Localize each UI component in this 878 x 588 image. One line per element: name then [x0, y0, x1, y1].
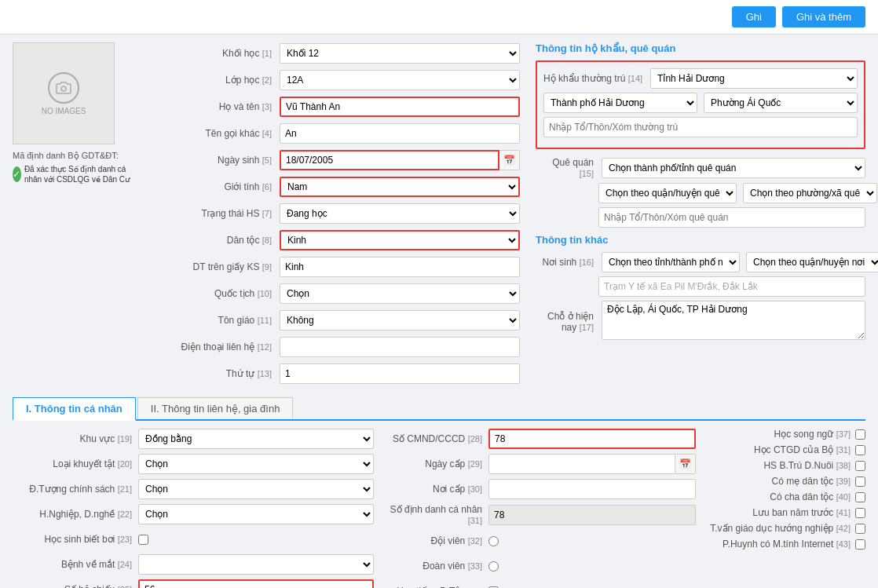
h-nghiep-select[interactable]: Chọn — [138, 504, 374, 524]
dan-toc-label: Dân tộc [8] — [154, 235, 280, 246]
loai-khuyet-tat-label: Loại khuyết tật [20] — [13, 458, 138, 469]
dan-toc-select[interactable]: Kinh — [280, 230, 520, 250]
que-quan-tinh-select[interactable]: Chọn thành phố/tỉnh quê quán — [602, 158, 865, 178]
ho-khau-section-title: Thông tin hộ khẩu, quê quán — [536, 42, 865, 54]
hs-b-tru-checkbox[interactable] — [855, 461, 865, 471]
que-quan-quan-select[interactable]: Chọn theo quận/huyện quê — [598, 183, 737, 203]
noi-sinh-text-input[interactable] — [598, 276, 865, 297]
cho-o-textarea[interactable]: Độc Lập, Ái Quốc, TP Hải Dương — [602, 301, 865, 340]
hoc-sinh-biet-boi-checkbox[interactable] — [138, 535, 148, 545]
que-quan-label: Quê quán [15] — [536, 157, 598, 179]
p-huynh-internet-checkbox[interactable] — [855, 539, 865, 550]
so-dinh-danh-row: Số định danh cá nhân [31] — [386, 504, 696, 526]
khu-vuc-row: Khu vực [19] Đồng bằng — [13, 429, 374, 449]
ton-giao-label: Tôn giáo [11] — [154, 315, 280, 326]
lop-hoc-select[interactable]: 12A — [280, 70, 520, 90]
h-nghiep-label: H.Nghiệp, D.nghề [22] — [13, 509, 138, 520]
thu-tu-input[interactable] — [280, 363, 520, 384]
khoi-hoc-select[interactable]: Khối 12 — [280, 43, 520, 64]
so-cmnd-input[interactable] — [488, 429, 696, 449]
co-me-dan-toc-row: Có mẹ dân tộc [39] — [708, 476, 865, 487]
ho-khau-tinh-row: Hộ khẩu thường trú [14] Tỉnh Hải Dương — [543, 68, 858, 89]
khu-vuc-label: Khu vực [19] — [13, 433, 138, 444]
noi-sinh-label: Nơi sinh [16] — [536, 257, 598, 268]
ten-goi-khac-input[interactable] — [280, 123, 520, 144]
camera-icon — [48, 72, 79, 104]
dien-thoai-input[interactable] — [280, 337, 520, 357]
ngay-sinh-input[interactable] — [280, 150, 499, 170]
tab-lien-he[interactable]: II. Thông tin liên hệ, gia đình — [137, 397, 294, 419]
quoc-tich-select[interactable]: Chọn — [280, 283, 520, 304]
ma-dinh-danh-label: Mã định danh Bộ GDT&ĐT: — [13, 151, 138, 161]
ngay-cap-cmnd-calendar-btn[interactable]: 📅 — [675, 454, 696, 474]
doan-vien-radio[interactable] — [488, 561, 499, 572]
ho-khau-thon-input[interactable] — [543, 117, 858, 137]
gioi-tinh-select[interactable]: Nam — [280, 177, 520, 197]
noi-cap-cmnd-row: Nơi cấp [30] — [386, 479, 696, 499]
ten-goi-khac-label: Tên gọi khác [4] — [154, 128, 280, 139]
que-quan-row2: Chọn theo quận/huyện quê Chọn theo phườn… — [598, 183, 865, 203]
hoc-song-ngu-row: Học song ngữ [37] — [708, 429, 865, 440]
top-bar: Ghi Ghi và thêm — [0, 0, 878, 35]
co-me-dan-toc-checkbox[interactable] — [855, 477, 865, 487]
doi-tuong-row: Đ.Tượng chính sách [21] Chọn — [13, 479, 374, 499]
ngay-cap-cmnd-input[interactable] — [488, 454, 675, 474]
ngay-sinh-calendar-btn[interactable]: 📅 — [499, 150, 520, 170]
khu-vuc-select[interactable]: Đồng bằng — [138, 429, 374, 449]
p-huynh-internet-label: P.Huynh có M.tính Internet [43] — [708, 539, 855, 550]
doi-tuong-select[interactable]: Chọn — [138, 479, 374, 499]
noi-sinh-row: Nơi sinh [16] Chọn theo tỉnh/thành phố n… — [536, 252, 865, 272]
hs-b-tru-row: HS B.Trú D.Nuôi [38] — [708, 460, 865, 471]
dan-toc-row: Dân tộc [8] Kinh — [154, 229, 520, 251]
ho-khau-thon-row — [543, 117, 858, 137]
que-quan-row1: Quê quán [15] Chọn thành phố/tỉnh quê qu… — [536, 157, 865, 179]
quoc-tich-row: Quốc tịch [10] Chọn — [154, 283, 520, 305]
loai-khuyet-tat-select[interactable]: Chọn — [138, 454, 374, 474]
noi-cap-cmnd-input[interactable] — [488, 479, 696, 499]
trang-thai-hs-row: Trạng thái HS [7] Đang học — [154, 203, 520, 225]
hoc-sinh-biet-boi-label: Học sinh biết bơi [23] — [13, 534, 138, 545]
thong-tin-khac-title: Thông tin khác — [536, 234, 865, 246]
ho-khau-box: Hộ khẩu thường trú [14] Tỉnh Hải Dương T… — [536, 60, 865, 149]
hoc-tieng-dt-row: Học tiếng D.Tộc [34] — [386, 581, 696, 588]
co-cha-dan-toc-checkbox[interactable] — [855, 492, 865, 502]
ten-goi-khac-row: Tên gọi khác [4] — [154, 122, 520, 144]
ho-va-ten-input[interactable] — [280, 97, 520, 117]
que-quan-phuong-select[interactable]: Chọn theo phường/xã quê — [743, 183, 877, 203]
luu-ban-checkbox[interactable] — [855, 508, 865, 518]
hoc-song-ngu-checkbox[interactable] — [855, 429, 865, 440]
save-add-button[interactable]: Ghi và thêm — [782, 6, 865, 27]
tabs-bar: I. Thông tin cá nhân II. Thông tin liên … — [13, 397, 865, 421]
so-ho-chieu-input[interactable] — [138, 579, 374, 588]
hoc-ctgd-checkbox[interactable] — [855, 445, 865, 455]
noi-sinh-text-row — [598, 276, 865, 297]
que-quan-section: Quê quán [15] Chọn thành phố/tỉnh quê qu… — [536, 157, 865, 228]
benh-ve-mat-label: Bệnh về mắt [24] — [13, 559, 138, 570]
photo-box[interactable]: NO IMAGES — [13, 42, 115, 144]
save-button[interactable]: Ghi — [732, 6, 776, 27]
p-huynh-internet-row: P.Huynh có M.tính Internet [43] — [708, 539, 865, 550]
trang-thai-hs-select[interactable]: Đang học — [280, 203, 520, 224]
t-van-label: T.vấn giáo dục hướng nghiệp [42] — [708, 523, 855, 534]
co-me-dan-toc-label: Có mẹ dân tộc [39] — [708, 476, 855, 487]
dt-giay-ks-row: DT trên giấy KS [9] — [154, 256, 520, 278]
doan-vien-row: Đoàn viên [33] — [386, 556, 696, 576]
noi-sinh-tinh-select[interactable]: Chọn theo tỉnh/thành phố n — [602, 252, 740, 272]
dt-giay-ks-input[interactable] — [280, 257, 520, 277]
ho-khau-tinh-select[interactable]: Tỉnh Hải Dương — [650, 68, 858, 89]
ton-giao-select[interactable]: Không — [280, 310, 520, 331]
benh-ve-mat-select[interactable] — [138, 554, 374, 575]
khoi-hoc-row: Khối học [1] Khối 12 — [154, 42, 520, 64]
tab-ca-nhan[interactable]: I. Thông tin cá nhân — [13, 397, 136, 421]
doi-vien-radio[interactable] — [488, 536, 499, 546]
ho-khau-phuong-select[interactable]: Phường Ái Quốc — [704, 93, 858, 113]
que-quan-thon-input[interactable] — [598, 207, 865, 228]
gioi-tinh-row: Giới tính [6] Nam — [154, 176, 520, 198]
ho-khau-tp-select[interactable]: Thành phố Hải Dương — [543, 93, 697, 113]
so-dinh-danh-input[interactable] — [488, 505, 696, 525]
t-van-checkbox[interactable] — [855, 524, 865, 534]
noi-sinh-huyen-select[interactable]: Chọn theo quận/huyện nơi — [746, 252, 878, 272]
dien-thoai-label: Điện thoại liên hệ [12] — [154, 341, 280, 352]
t-van-row: T.vấn giáo dục hướng nghiệp [42] — [708, 523, 865, 534]
quoc-tich-label: Quốc tịch [10] — [154, 288, 280, 299]
